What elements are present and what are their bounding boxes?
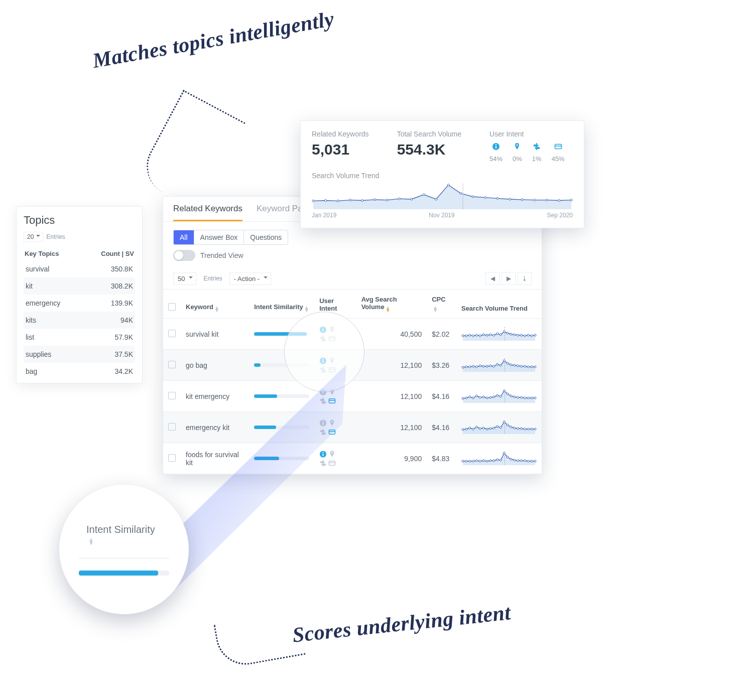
row-checkbox[interactable]: [168, 423, 176, 431]
topic-sv: 57.9K: [114, 333, 133, 341]
svg-point-50: [510, 364, 512, 366]
col-avg-search-volume[interactable]: Avg Search Volume▲▼: [356, 290, 427, 319]
topics-entries-select[interactable]: 20: [24, 232, 43, 242]
svg-point-127: [475, 460, 477, 462]
col-trend: Search Volume Trend: [456, 290, 542, 319]
topic-sv: 94K: [120, 316, 133, 324]
user-intent-pct: 1%: [532, 155, 542, 163]
svg-point-81: [517, 396, 519, 398]
action-select[interactable]: - Action -: [229, 272, 271, 285]
svg-point-164: [460, 192, 462, 194]
select-all-checkbox[interactable]: [168, 303, 176, 311]
svg-point-56: [531, 366, 533, 368]
signpost-icon: [532, 141, 542, 152]
topics-col-count-sv[interactable]: Count | SV: [101, 250, 134, 257]
svg-point-37: [465, 366, 467, 368]
filter-pillset: AllAnswer BoxQuestions: [173, 230, 288, 245]
topic-row[interactable]: kits94K: [24, 312, 135, 329]
topic-name: emergency: [26, 299, 60, 307]
svg-point-89: [323, 421, 324, 422]
signpost-icon: [319, 459, 327, 467]
topic-sv: 308.2K: [111, 282, 133, 290]
pager-prev-button[interactable]: ◀: [485, 272, 499, 285]
topic-row[interactable]: kit308.2K: [24, 277, 135, 295]
pager-next-button[interactable]: ▶: [501, 272, 516, 285]
topic-row[interactable]: bag34.2K: [24, 363, 135, 380]
axis-tick: Nov 2019: [429, 212, 454, 219]
cpc-cell: $4.83: [427, 443, 456, 474]
col-intent-similarity[interactable]: Intent Similarity▲▼: [249, 290, 314, 319]
axis-tick: Jan 2019: [312, 212, 336, 219]
svg-point-27: [531, 335, 533, 337]
svg-point-66: [465, 397, 467, 399]
svg-point-16: [493, 334, 495, 336]
row-checkbox[interactable]: [168, 454, 176, 462]
svg-point-12: [479, 335, 481, 337]
topic-name: survival: [26, 265, 49, 273]
topic-sv: 37.5K: [114, 350, 133, 358]
tab-related-keywords[interactable]: Related Keywords: [173, 204, 242, 221]
col-keyword[interactable]: Keyword▲▼: [181, 290, 249, 319]
trended-view-toggle[interactable]: [173, 250, 195, 261]
topic-row[interactable]: emergency139.9K: [24, 295, 135, 312]
row-checkbox[interactable]: [168, 361, 176, 368]
svg-point-41: [479, 365, 481, 367]
svg-point-82: [521, 396, 523, 398]
topic-sv: 350.8K: [111, 265, 133, 273]
avg-search-volume-cell: 12,100: [356, 350, 427, 381]
svg-point-40: [475, 366, 477, 368]
related-keywords-label: Related Keywords: [312, 130, 369, 138]
keyword-cell[interactable]: kit emergency: [181, 381, 249, 412]
card-icon: [328, 397, 336, 404]
svg-point-134: [499, 459, 501, 461]
svg-point-77: [503, 390, 505, 392]
svg-rect-62: [329, 398, 335, 402]
filter-pill-answer-box[interactable]: Answer Box: [194, 230, 244, 244]
cpc-cell: $3.26: [427, 350, 456, 381]
svg-point-162: [435, 198, 437, 200]
svg-point-171: [546, 199, 548, 201]
svg-point-100: [482, 427, 484, 429]
keyword-cell[interactable]: foods for survival kit: [181, 443, 249, 474]
keyword-cell[interactable]: emergency kit: [181, 412, 249, 443]
svg-point-23: [517, 334, 519, 336]
keyword-cell[interactable]: go bag: [181, 350, 249, 381]
rows-entries-label: Entries: [203, 275, 222, 282]
topics-col-key[interactable]: Key Topics: [25, 250, 59, 257]
topic-row[interactable]: list57.9K: [24, 329, 135, 346]
download-button[interactable]: ⭳: [518, 272, 532, 285]
info-icon: [489, 141, 503, 152]
svg-point-48: [503, 360, 505, 362]
info-icon: [319, 419, 327, 427]
svg-point-173: [570, 199, 572, 201]
row-sparkline: [461, 357, 537, 373]
svg-point-159: [398, 198, 400, 200]
col-cpc[interactable]: CPC▲▼: [427, 290, 456, 319]
keyword-cell[interactable]: survival kit: [181, 319, 249, 350]
avg-search-volume-cell: 12,100: [356, 412, 427, 443]
topic-row[interactable]: survival350.8K: [24, 260, 135, 277]
filter-pill-questions[interactable]: Questions: [244, 230, 288, 244]
svg-point-161: [423, 194, 425, 196]
row-checkbox[interactable]: [168, 330, 176, 337]
svg-point-57: [534, 366, 536, 368]
svg-point-169: [521, 199, 523, 201]
svg-point-79: [510, 395, 512, 397]
topic-row[interactable]: supplies37.5K: [24, 346, 135, 363]
svg-point-44: [489, 365, 491, 367]
svg-point-85: [531, 397, 533, 399]
tab-keyword-pa[interactable]: Keyword Pa: [257, 204, 303, 221]
topic-name: kit: [26, 282, 33, 290]
pin-icon: [328, 450, 336, 458]
avg-search-volume-cell: 12,100: [356, 381, 427, 412]
row-checkbox[interactable]: [168, 392, 176, 399]
rows-entries-select[interactable]: 50: [173, 272, 196, 285]
user-intent-icons: [319, 419, 337, 436]
card-icon: [328, 428, 336, 436]
topic-name: list: [26, 333, 34, 341]
topic-name: kits: [26, 316, 36, 324]
svg-point-130: [486, 460, 488, 462]
filter-pill-all[interactable]: All: [174, 230, 194, 244]
table-row: kit emergency 12,100 $4.16: [163, 381, 542, 412]
svg-point-99: [479, 428, 481, 430]
